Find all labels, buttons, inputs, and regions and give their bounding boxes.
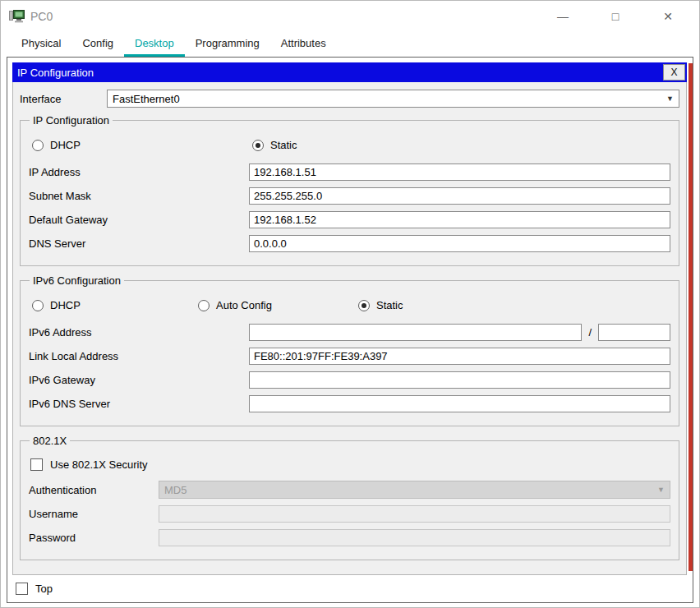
password-label: Password	[29, 532, 159, 544]
ipv6-address-row: IPv6 Address /	[29, 324, 670, 341]
dns-server-row: DNS Server	[29, 235, 670, 252]
link-local-address-row: Link Local Address	[29, 348, 670, 365]
ipv6-static-label: Static	[376, 299, 403, 311]
ipv6-address-input[interactable]	[249, 324, 582, 341]
ipv6-dns-server-label: IPv6 DNS Server	[29, 398, 249, 410]
link-local-address-input[interactable]	[249, 348, 670, 365]
subnet-mask-row: Subnet Mask	[29, 187, 670, 205]
ipv6-group-title: IPv6 Configuration	[30, 274, 124, 287]
window-title: PC0	[30, 10, 53, 23]
ipv6-dhcp-label: DHCP	[50, 299, 81, 311]
ipv6-auto-config-label: Auto Config	[216, 299, 272, 311]
interface-row: Interface FastEthernet0 ▼	[20, 90, 679, 108]
maximize-icon[interactable]: □	[607, 11, 624, 22]
password-row: Password	[29, 529, 670, 546]
subnet-mask-label: Subnet Mask	[29, 190, 249, 202]
window-controls: — □ ✕	[555, 11, 691, 22]
ipv6-dns-server-row: IPv6 DNS Server	[29, 395, 670, 412]
dialog-close-button[interactable]: X	[663, 64, 685, 81]
radio-checked-icon	[358, 300, 370, 311]
ipv4-group: IP Configuration DHCP Static IP Address	[20, 114, 679, 266]
username-row: Username	[29, 505, 670, 523]
ipv6-prefix-input[interactable]	[598, 324, 670, 341]
ipv6-static-radio[interactable]: Static	[358, 299, 403, 311]
footer-bar: Top	[7, 575, 693, 602]
ipv6-radio-row: DHCP Auto Config Static	[32, 299, 670, 311]
dot1x-security-label: Use 802.1X Security	[50, 458, 148, 471]
dns-server-input[interactable]	[249, 235, 670, 252]
ipv6-address-label: IPv6 Address	[29, 326, 249, 339]
default-gateway-row: Default Gateway	[29, 211, 670, 228]
ipv6-dhcp-radio[interactable]: DHCP	[32, 299, 198, 311]
close-icon[interactable]: ✕	[660, 11, 676, 22]
dot1x-group: 802.1X Use 802.1X Security Authenticatio…	[20, 435, 679, 560]
link-local-address-label: Link Local Address	[29, 350, 249, 362]
ipv6-dns-server-input[interactable]	[249, 395, 670, 412]
top-checkbox-label: Top	[35, 583, 53, 595]
chevron-down-icon: ▼	[666, 94, 674, 103]
desktop-edge-accent	[688, 63, 693, 571]
ipv6-gateway-label: IPv6 Gateway	[29, 374, 249, 386]
subnet-mask-input[interactable]	[249, 187, 670, 205]
ipv6-group: IPv6 Configuration DHCP Auto Config	[20, 274, 679, 426]
pc-device-icon	[9, 10, 25, 24]
minimize-icon[interactable]: —	[555, 11, 571, 22]
username-input	[159, 505, 670, 523]
radio-icon	[198, 300, 210, 311]
ip-address-row: IP Address	[29, 164, 670, 181]
ipv6-prefix-separator: /	[588, 326, 592, 339]
desktop-content-frame: IP Configuration X Interface FastEtherne…	[7, 57, 693, 603]
window-title-group: PC0	[9, 10, 53, 24]
dot1x-group-title: 802.1X	[30, 435, 70, 447]
top-checkbox[interactable]	[16, 583, 28, 595]
ipv4-static-label: Static	[270, 139, 297, 151]
ip-configuration-dialog: IP Configuration X Interface FastEtherne…	[12, 62, 687, 575]
tab-config[interactable]: Config	[71, 33, 124, 57]
tab-attributes[interactable]: Attributes	[270, 33, 337, 57]
password-input	[159, 529, 670, 546]
interface-selected-value: FastEthernet0	[113, 93, 180, 105]
authentication-label: Authentication	[29, 484, 159, 496]
tab-desktop[interactable]: Desktop	[124, 33, 185, 57]
window-titlebar: PC0 — □ ✕	[1, 1, 699, 32]
interface-label: Interface	[20, 93, 107, 105]
checkbox-icon	[30, 458, 43, 471]
tab-bar: Physical Config Desktop Programming Attr…	[1, 32, 699, 57]
tab-physical[interactable]: Physical	[11, 33, 71, 57]
authentication-row: Authentication MD5 ▼	[29, 481, 670, 499]
radio-checked-icon	[252, 140, 264, 151]
authentication-selected-value: MD5	[164, 484, 187, 496]
dot1x-security-checkbox[interactable]: Use 802.1X Security	[30, 458, 670, 471]
radio-icon	[32, 140, 44, 151]
ipv4-group-title: IP Configuration	[30, 114, 113, 127]
dialog-body: Interface FastEthernet0 ▼ IP Configurati…	[12, 82, 687, 575]
dialog-titlebar: IP Configuration X	[12, 62, 687, 82]
ipv6-auto-config-radio[interactable]: Auto Config	[198, 299, 358, 311]
chevron-down-icon: ▼	[657, 486, 665, 494]
ipv4-dhcp-label: DHCP	[50, 139, 81, 151]
radio-icon	[32, 300, 44, 311]
ip-address-input[interactable]	[249, 164, 670, 181]
default-gateway-label: Default Gateway	[29, 214, 249, 226]
ip-address-label: IP Address	[29, 166, 249, 178]
ipv4-static-radio[interactable]: Static	[252, 139, 297, 151]
interface-select[interactable]: FastEthernet0 ▼	[107, 90, 679, 108]
dialog-title: IP Configuration	[17, 67, 94, 79]
tab-programming[interactable]: Programming	[185, 33, 270, 57]
ipv6-gateway-row: IPv6 Gateway	[29, 371, 670, 389]
username-label: Username	[29, 508, 159, 520]
ipv6-gateway-input[interactable]	[249, 371, 670, 389]
ipv4-radio-row: DHCP Static	[32, 139, 670, 151]
app-window: PC0 — □ ✕ Physical Config Desktop Progra…	[0, 0, 700, 608]
dns-server-label: DNS Server	[29, 237, 249, 250]
default-gateway-input[interactable]	[249, 211, 670, 228]
ipv4-dhcp-radio[interactable]: DHCP	[32, 139, 252, 151]
authentication-select: MD5 ▼	[159, 481, 670, 499]
